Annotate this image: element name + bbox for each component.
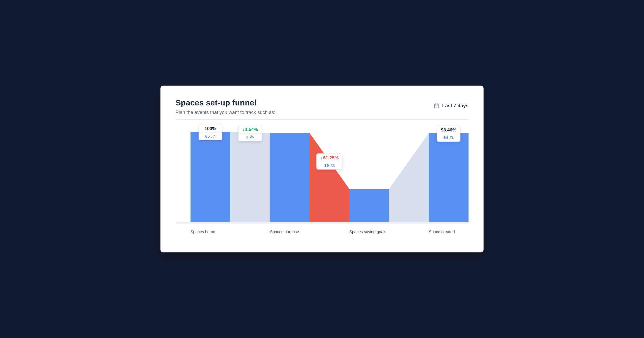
funnel-gap <box>389 133 429 223</box>
svg-point-8 <box>452 137 453 137</box>
funnel-badge: ↓1.54%1 <box>238 125 262 141</box>
funnel-badge: 100%65 <box>199 124 222 140</box>
date-range-label: Last 7 days <box>442 103 469 109</box>
svg-point-3 <box>251 135 252 137</box>
funnel-bar <box>191 132 230 223</box>
funnel-bar <box>429 133 469 223</box>
svg-point-6 <box>333 164 334 165</box>
title-block: Spaces set-up funnel Plan the events tha… <box>175 98 275 115</box>
svg-point-2 <box>214 135 215 136</box>
funnel-gap <box>310 133 349 223</box>
funnel-badge: 98.46%64 <box>437 126 460 142</box>
divider <box>175 119 469 120</box>
x-axis-label: Space created <box>429 229 469 234</box>
badge-percent: 100% <box>204 126 216 131</box>
badge-users: 64 <box>444 135 448 140</box>
chart-card: Spaces set-up funnel Plan the events tha… <box>160 86 484 252</box>
calendar-icon <box>434 103 440 109</box>
svg-point-5 <box>331 164 332 165</box>
funnel-bar <box>270 133 310 223</box>
x-axis-label: Spaces home <box>191 229 230 234</box>
funnel-chart: 100%65↓1.54%1↓61.25%3998.46%64 Spaces ho… <box>175 124 469 239</box>
funnel-bar <box>349 189 389 223</box>
svg-point-7 <box>451 136 452 137</box>
badge-percent: 1.54% <box>245 127 258 132</box>
svg-point-4 <box>253 136 253 137</box>
card-title: Spaces set-up funnel <box>175 98 275 108</box>
card-header: Spaces set-up funnel Plan the events tha… <box>175 98 469 115</box>
date-range-picker[interactable]: Last 7 days <box>434 103 469 109</box>
badge-users: 39 <box>324 163 329 168</box>
svg-rect-0 <box>434 104 439 108</box>
badge-percent: 61.25% <box>323 155 339 161</box>
badge-users: 65 <box>205 134 210 138</box>
card-subtitle: Plan the events that you want to track s… <box>175 110 275 115</box>
badge-users: 1 <box>246 135 248 139</box>
funnel-badge: ↓61.25%39 <box>316 153 343 170</box>
x-axis-label: Spaces saving goals <box>349 229 389 234</box>
x-axis <box>175 222 469 224</box>
x-axis-labels: Spaces homeSpaces purposeSpaces saving g… <box>191 229 469 234</box>
funnel-gap <box>230 132 270 223</box>
badge-percent: 98.46% <box>441 127 456 133</box>
x-axis-label: Spaces purpose <box>270 229 310 234</box>
svg-point-1 <box>212 135 213 136</box>
